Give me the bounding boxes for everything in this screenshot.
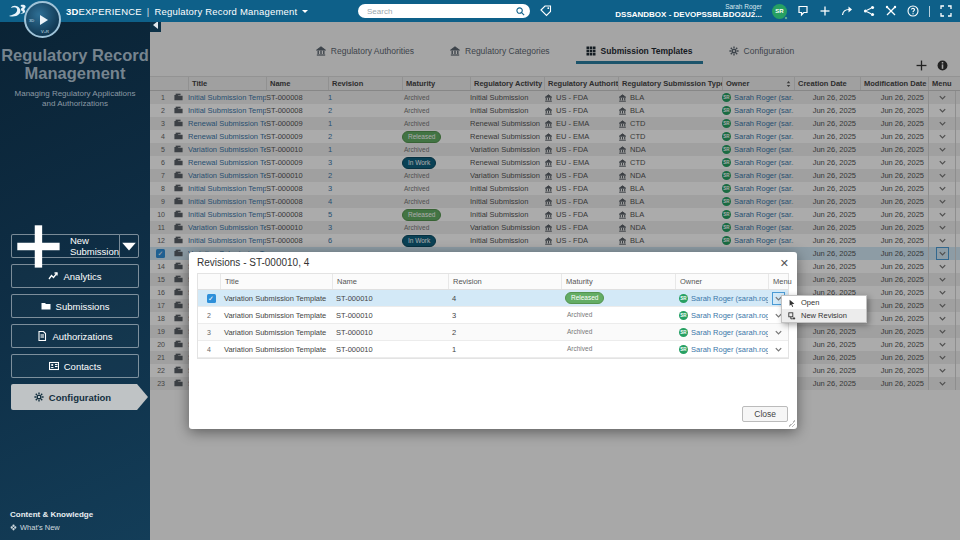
revision-row-number: 4 <box>198 346 220 353</box>
topbar-right-cluster: Sarah Roger DSSANDBOX - DEVOPSSBLBDO2U2.… <box>615 0 952 22</box>
contacts-icon <box>49 361 59 371</box>
sidebar-item-analytics[interactable]: Analytics <box>11 264 139 288</box>
revision-checkbox[interactable]: ✓ <box>207 294 216 303</box>
owner-link[interactable]: Sarah Roger (sarah.roger) <box>691 328 768 337</box>
revision-name-cell: ST-000010 <box>332 328 448 337</box>
collapse-arrow-icon <box>153 21 158 29</box>
revision-maturity-cell: Archived <box>561 309 675 321</box>
3dexperience-compass-icon[interactable]: 3D V+R <box>24 1 61 38</box>
share-nodes-icon[interactable] <box>863 5 875 17</box>
app-title-bar[interactable]: 3DEXPERIENCE | Regulatory Record Managem… <box>66 0 308 22</box>
context-menu-item-new-revision[interactable]: New Revision <box>782 309 866 322</box>
revision-title-cell: Variation Submission Template <box>220 345 332 354</box>
user-avatar[interactable]: SR <box>772 4 787 19</box>
sidebar-item-contacts[interactable]: Contacts <box>11 354 139 378</box>
owner-avatar: SR <box>679 345 688 354</box>
revision-owner-cell: SRSarah Roger (sarah.roger) <box>675 345 768 354</box>
context-menu-item-open[interactable]: Open <box>782 296 866 309</box>
context-menu-label: Open <box>801 298 819 307</box>
new-submission-dropdown-button[interactable] <box>119 234 139 258</box>
page-title: Regulatory Record Management <box>154 6 297 17</box>
modal-header-spacer <box>198 274 220 289</box>
modal-column-header-menu[interactable]: Menu <box>768 274 788 289</box>
revision-maturity-cell: Archived <box>561 343 675 355</box>
chevron-down-icon[interactable] <box>774 328 783 337</box>
help-icon[interactable] <box>907 5 919 17</box>
fullscreen-icon[interactable] <box>940 5 952 17</box>
sidebar-app-subtitle: Managing Regulatory Applications and Aut… <box>14 89 136 109</box>
sidebar-button-label: Analytics <box>63 271 101 282</box>
sidebar-button-label: Contacts <box>64 361 102 372</box>
revision-name-cell: ST-000010 <box>332 345 448 354</box>
revision-maturity-cell: Released <box>561 292 675 304</box>
sidebar: Regulatory Record Management Managing Re… <box>0 22 150 540</box>
status-dot <box>784 16 788 20</box>
caret-down-icon <box>120 237 138 255</box>
revision-menu-cell <box>768 341 788 357</box>
tag-icon[interactable] <box>540 5 552 17</box>
analytics-icon <box>48 271 58 281</box>
resize-grip[interactable] <box>788 420 795 427</box>
revision-row-number: 2 <box>198 312 220 319</box>
brand: 3DEXPERIENCE <box>66 6 142 17</box>
revision-row[interactable]: 2Variation Submission TemplateST-0000103… <box>198 307 788 324</box>
revision-number-cell: 3 <box>448 311 561 320</box>
close-button[interactable]: Close <box>742 406 788 422</box>
revision-title-cell: Variation Submission Template <box>220 328 332 337</box>
context-menu-label: New Revision <box>801 311 847 320</box>
revision-owner-cell: SRSarah Roger (sarah.roger) <box>675 311 768 320</box>
revision-row[interactable]: 4Variation Submission TemplateST-0000101… <box>198 341 788 358</box>
sidebar-item-configuration[interactable]: Configuration <box>11 384 148 410</box>
gear-icon <box>34 392 44 402</box>
owner-link[interactable]: Sarah Roger (sarah.roger) <box>691 345 768 354</box>
revision-row[interactable]: ✓Variation Submission TemplateST-0000104… <box>198 290 788 307</box>
revision-title-cell: Variation Submission Template <box>220 311 332 320</box>
row-context-menu: OpenNew Revision <box>781 295 867 323</box>
search-icon[interactable] <box>516 7 525 16</box>
revision-number-cell: 1 <box>448 345 561 354</box>
maturity-badge: Archived <box>565 326 598 338</box>
maturity-badge: Archived <box>565 343 598 355</box>
revisions-dialog: Revisions - ST-000010, 4 ✕ TitleNameRevi… <box>189 252 797 429</box>
modal-column-header-maturity[interactable]: Maturity <box>561 274 675 289</box>
dialog-title: Revisions - ST-000010, 4 <box>197 257 309 268</box>
tools-icon[interactable] <box>885 5 897 17</box>
revision-row-number: 3 <box>198 329 220 336</box>
modal-column-header-title[interactable]: Title <box>220 274 332 289</box>
revision-title-cell: Variation Submission Template <box>220 294 332 303</box>
modal-column-header-revision[interactable]: Revision <box>448 274 561 289</box>
topbar-divider <box>929 6 930 17</box>
sidebar-button-label: Submissions <box>56 301 110 312</box>
revision-name-cell: ST-000010 <box>332 311 448 320</box>
sidebar-button-new-submission: New Submission <box>11 234 139 258</box>
compass-play-icon <box>40 15 48 25</box>
sidebar-item-authorizations[interactable]: Authorizations <box>11 324 139 348</box>
folder-icon <box>41 301 51 311</box>
dialog-header: Revisions - ST-000010, 4 ✕ <box>189 252 797 271</box>
global-search <box>358 4 530 18</box>
sidebar-button-label: Configuration <box>49 392 111 403</box>
close-icon[interactable]: ✕ <box>780 258 789 268</box>
new-submission-button[interactable]: New Submission <box>11 234 119 258</box>
app-switcher-caret-icon[interactable] <box>302 10 308 13</box>
modal-column-header-name[interactable]: Name <box>332 274 448 289</box>
chevron-down-icon[interactable] <box>774 345 783 354</box>
add-icon[interactable] <box>819 5 831 17</box>
revisions-table: TitleNameRevisionMaturityOwnerMenu ✓Vari… <box>197 273 789 359</box>
top-bar: 3D V+R 3DEXPERIENCE | Regulatory Record … <box>0 0 960 22</box>
search-input[interactable] <box>367 7 516 16</box>
revision-row-number: ✓ <box>198 294 220 303</box>
user-tenant-label: Sarah Roger DSSANDBOX - DEVOPSSBLBDO2U2.… <box>615 3 762 20</box>
cursor-icon <box>788 299 796 307</box>
document-icon <box>37 331 47 341</box>
sidebar-item-submissions[interactable]: Submissions <box>11 294 139 318</box>
revision-row[interactable]: 3Variation Submission TemplateST-0000102… <box>198 324 788 341</box>
chat-bubble-icon[interactable] <box>797 5 809 17</box>
modal-column-header-owner[interactable]: Owner <box>675 274 768 289</box>
owner-link[interactable]: Sarah Roger (sarah.roger) <box>691 294 768 303</box>
owner-link[interactable]: Sarah Roger (sarah.roger) <box>691 311 768 320</box>
share-arrow-icon[interactable] <box>841 5 853 17</box>
revision-maturity-cell: Archived <box>561 326 675 338</box>
whats-new-link[interactable]: What's New <box>10 523 93 532</box>
new-revision-icon <box>788 312 796 320</box>
